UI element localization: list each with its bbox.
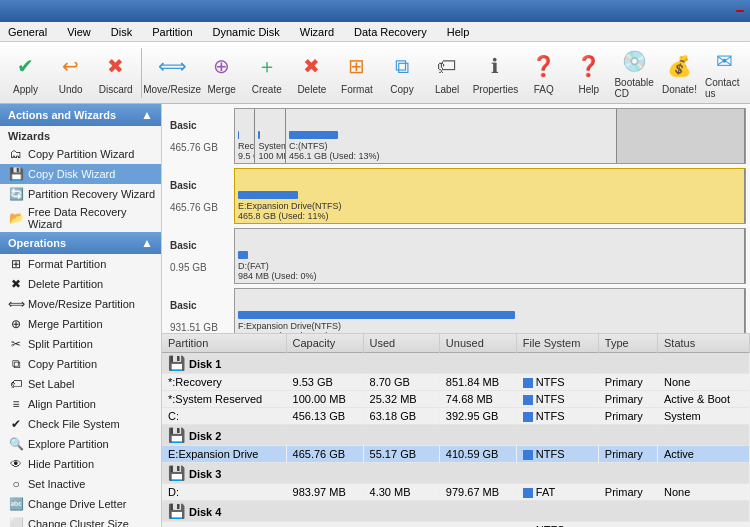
table-cell-file-system: NTFS: [516, 391, 598, 408]
format-button[interactable]: ⊞Format: [335, 45, 378, 101]
chevron-icon: ▲: [141, 108, 153, 122]
create-icon: ＋: [251, 50, 283, 82]
move-button[interactable]: ⟺Move/Resize: [146, 45, 198, 101]
explore-partition-icon: 🔍: [8, 436, 24, 452]
sidebar-item-move-resize[interactable]: ⟺Move/Resize Partition: [0, 294, 161, 314]
menu-item-data-recovery[interactable]: Data Recovery: [350, 24, 431, 40]
change-cluster-size-icon: ⬜: [8, 516, 24, 527]
menu-item-disk[interactable]: Disk: [107, 24, 136, 40]
table-row[interactable]: *:Recovery9.53 GB8.70 GB851.84 MBNTFSPri…: [162, 374, 750, 391]
faq-button[interactable]: ❓FAQ: [522, 45, 565, 101]
delete-button[interactable]: ✖Delete: [290, 45, 333, 101]
label-button[interactable]: 🏷Label: [426, 45, 469, 101]
disk-visual-disk1[interactable]: Recovery(NTF...9.5 GB (Used: ...System R…: [234, 108, 746, 164]
disk-row-disk2: Basic465.76 GBE:Expansion Drive(NTFS)465…: [166, 168, 746, 224]
undo-button[interactable]: ↩Undo: [49, 45, 92, 101]
menubar: GeneralViewDiskPartitionDynamic DiskWiza…: [0, 22, 750, 42]
contact-button[interactable]: ✉Contact us: [703, 45, 746, 101]
copy-icon: ⧉: [386, 50, 418, 82]
partition-block-empty[interactable]: [617, 109, 745, 163]
partition-block[interactable]: Recovery(NTF...9.5 GB (Used: ...: [235, 109, 255, 163]
disk-visual-disk3[interactable]: D:(FAT)984 MB (Used: 0%): [234, 228, 746, 284]
sidebar-item-align-partition[interactable]: ≡Align Partition: [0, 394, 161, 414]
partition-block[interactable]: E:Expansion Drive(NTFS)465.8 GB (Used: 1…: [235, 169, 745, 223]
menu-item-partition[interactable]: Partition: [148, 24, 196, 40]
partition-block[interactable]: D:(FAT)984 MB (Used: 0%): [235, 229, 745, 283]
table-row[interactable]: *:System Reserved100.00 MB25.32 MB74.68 …: [162, 391, 750, 408]
disk-visual-disk4[interactable]: F:Expansion Drive(NTFS)931.5 GB (Used: 5…: [234, 288, 746, 334]
sidebar-item-set-label[interactable]: 🏷Set Label: [0, 374, 161, 394]
partition-block[interactable]: F:Expansion Drive(NTFS)931.5 GB (Used: 5…: [235, 289, 745, 334]
sidebar-item-split-partition[interactable]: ✂Split Partition: [0, 334, 161, 354]
menu-item-general[interactable]: General: [4, 24, 51, 40]
content-area: Basic465.76 GBRecovery(NTF...9.5 GB (Use…: [162, 104, 750, 527]
table-row[interactable]: C:456.13 GB63.18 GB392.95 GBNTFSPrimaryS…: [162, 408, 750, 425]
sidebar-item-label: Check File System: [28, 418, 120, 430]
sidebar-item-copy-disk[interactable]: 💾Copy Disk Wizard: [0, 164, 161, 184]
table-row[interactable]: E:Expansion Drive465.76 GB55.17 GB410.59…: [162, 446, 750, 463]
table-cell-capacity: 465.76 GB: [286, 446, 363, 463]
create-button[interactable]: ＋Create: [245, 45, 288, 101]
discard-button[interactable]: ✖Discard: [94, 45, 137, 101]
sidebar-item-copy-partition2[interactable]: ⧉Copy Partition: [0, 354, 161, 374]
set-inactive-icon: ○: [8, 476, 24, 492]
sidebar-item-delete-partition[interactable]: ✖Delete Partition: [0, 274, 161, 294]
bootcd-icon: 💿: [618, 47, 650, 75]
properties-button[interactable]: ℹProperties: [471, 45, 521, 101]
sidebar-item-format-partition[interactable]: ⊞Format Partition: [0, 254, 161, 274]
sidebar-item-hide-partition[interactable]: 👁Hide Partition: [0, 454, 161, 474]
partition-block[interactable]: System Reserv...100 MB (Used: ...: [255, 109, 286, 163]
menu-item-help[interactable]: Help: [443, 24, 474, 40]
table-cell-partition: *:System Reserved: [162, 391, 286, 408]
table-cell-used: 4.30 MB: [363, 484, 439, 501]
set-label-icon: 🏷: [8, 376, 24, 392]
menu-item-view[interactable]: View: [63, 24, 95, 40]
sidebar-subsection-wizards: Wizards: [0, 126, 161, 144]
help-button[interactable]: ❓Help: [567, 45, 610, 101]
copy-button[interactable]: ⧉Copy: [380, 45, 423, 101]
merge-button[interactable]: ⊕Merge: [200, 45, 243, 101]
table-row[interactable]: D:983.97 MB4.30 MB979.67 MBFATPrimaryNon…: [162, 484, 750, 501]
move-icon: ⟺: [156, 50, 188, 82]
sidebar-item-set-inactive[interactable]: ○Set Inactive: [0, 474, 161, 494]
table-cell-status: Active & Boot: [658, 391, 750, 408]
partition-block[interactable]: C:(NTFS)456.1 GB (Used: 13%): [286, 109, 618, 163]
sidebar-item-merge-partition[interactable]: ⊕Merge Partition: [0, 314, 161, 334]
menu-item-dynamic-disk[interactable]: Dynamic Disk: [209, 24, 284, 40]
apply-label: Apply: [13, 84, 38, 95]
sidebar-item-explore-partition[interactable]: 🔍Explore Partition: [0, 434, 161, 454]
table-cell-capacity: 9.53 GB: [286, 374, 363, 391]
sidebar-item-copy-partition[interactable]: 🗂Copy Partition Wizard: [0, 144, 161, 164]
disk-size: 0.95 GB: [170, 262, 230, 273]
table-cell-unused: 979.67 MB: [439, 484, 516, 501]
delete-icon: ✖: [296, 50, 328, 82]
disk-visual-disk2[interactable]: E:Expansion Drive(NTFS)465.8 GB (Used: 1…: [234, 168, 746, 224]
bootcd-button[interactable]: 💿Bootable CD: [612, 45, 655, 101]
disk-icon: 💾: [168, 503, 185, 519]
table-cell-capacity: 983.97 MB: [286, 484, 363, 501]
sidebar-item-label: Delete Partition: [28, 278, 103, 290]
sidebar-item-check-filesystem[interactable]: ✔Check File System: [0, 414, 161, 434]
sidebar-item-label: Format Partition: [28, 258, 106, 270]
partition-label: C:(NTFS): [289, 141, 614, 151]
disk-group-header: 💾Disk 2: [162, 425, 750, 446]
fs-icon: [523, 395, 533, 405]
sidebar-item-partition-recovery[interactable]: 🔄Partition Recovery Wizard: [0, 184, 161, 204]
apply-button[interactable]: ✔Apply: [4, 45, 47, 101]
sidebar-item-label: Copy Disk Wizard: [28, 168, 115, 180]
partition-table: PartitionCapacityUsedUnusedFile SystemTy…: [162, 334, 750, 527]
menu-item-wizard[interactable]: Wizard: [296, 24, 338, 40]
disk-icon: 💾: [168, 427, 185, 443]
disk-group-label: 💾Disk 2: [162, 425, 750, 446]
partition-usage-bar: [238, 311, 515, 319]
disk-type: Basic: [170, 240, 230, 251]
disk-size: 465.76 GB: [170, 202, 230, 213]
table-row[interactable]: F:Expansion Drive931.51 GB498.75 GB432.7…: [162, 522, 750, 527]
sidebar-item-change-drive-letter[interactable]: 🔤Change Drive Letter: [0, 494, 161, 514]
donate-button[interactable]: 💰Donate!: [658, 45, 701, 101]
col-header-file-system: File System: [516, 334, 598, 353]
hide-partition-icon: 👁: [8, 456, 24, 472]
sidebar-item-free-data-recovery[interactable]: 📂Free Data Recovery Wizard: [0, 204, 161, 232]
table-cell-partition: E:Expansion Drive: [162, 446, 286, 463]
sidebar-item-change-cluster-size[interactable]: ⬜Change Cluster Size: [0, 514, 161, 527]
